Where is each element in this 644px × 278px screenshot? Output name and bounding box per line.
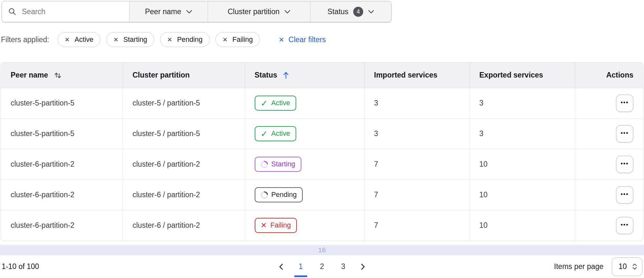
column-label: Peer name xyxy=(11,71,48,79)
page-controls: 1 2 3 xyxy=(277,256,367,277)
peer-name-cell: cluster-6-partition-2 xyxy=(1,180,123,210)
column-header-imported-services: Imported services xyxy=(364,62,469,88)
status-label: Starting xyxy=(271,160,295,168)
peers-table: Peer name Cluster partition St xyxy=(1,62,643,241)
filter-toolbar: Peer name Cluster partition Status 4 xyxy=(2,1,392,22)
column-header-peer-name[interactable]: Peer name xyxy=(1,62,123,88)
status-label: Failing xyxy=(270,221,291,229)
range-label: 1-10 of 100 xyxy=(2,262,39,271)
next-page-button[interactable] xyxy=(358,256,367,277)
column-label: Exported services xyxy=(479,71,543,79)
table-header-row: Peer name Cluster partition St xyxy=(1,62,643,88)
sort-ascending-icon[interactable] xyxy=(282,71,289,79)
peer-name-cell: cluster-6-partition-2 xyxy=(1,210,123,241)
status-cell: Pending xyxy=(245,180,364,210)
imported-services-cell: 3 xyxy=(364,118,469,149)
search-box[interactable] xyxy=(2,1,129,22)
filter-chip-label: Failing xyxy=(232,36,253,44)
page-number-button-3[interactable]: 3 xyxy=(336,256,350,277)
chevron-down-icon xyxy=(368,10,374,14)
filter-dropdown-cluster-partition[interactable]: Cluster partition xyxy=(208,1,310,22)
actions-cell: ••• xyxy=(575,118,643,149)
status-cell: ✕ Failing xyxy=(245,210,364,241)
filter-dropdown-status[interactable]: Status 4 xyxy=(310,1,391,22)
filter-dropdown-label: Cluster partition xyxy=(228,7,279,16)
cluster-partition-cell: cluster-6 / partition-2 xyxy=(123,180,245,210)
column-label: Status xyxy=(255,71,277,79)
cluster-partition-cell: cluster-6 / partition-2 xyxy=(123,210,245,241)
exported-services-cell: 10 xyxy=(469,149,575,180)
page-number-button-1[interactable]: 1 xyxy=(294,256,308,277)
status-badge: ✕ Failing xyxy=(255,218,297,233)
column-header-actions: Actions xyxy=(575,62,643,88)
applied-filters-row: Filters applied: ✕ Active ✕ Starting ✕ P… xyxy=(1,32,326,47)
peer-name-cell: cluster-6-partition-2 xyxy=(1,149,123,180)
clear-filters-button[interactable]: ✕ Clear filters xyxy=(279,35,326,44)
sort-both-icon[interactable] xyxy=(53,70,62,79)
filter-dropdown-label: Status xyxy=(327,7,348,16)
column-label: Actions xyxy=(606,71,633,79)
close-icon: ✕ xyxy=(279,36,284,43)
chevron-down-icon xyxy=(284,10,290,14)
status-badge: Starting xyxy=(255,157,301,172)
clear-filters-label: Clear filters xyxy=(289,35,326,44)
column-header-cluster-partition[interactable]: Cluster partition xyxy=(123,62,245,88)
imported-services-cell: 7 xyxy=(364,180,469,210)
filter-chip-label: Active xyxy=(75,36,94,44)
filter-chip-label: Starting xyxy=(123,36,147,44)
exported-services-cell: 10 xyxy=(469,180,575,210)
items-per-page-select[interactable]: 10 xyxy=(612,257,642,276)
check-icon: ✓ xyxy=(261,99,268,107)
stepper-icon xyxy=(632,264,637,270)
filters-applied-label: Filters applied: xyxy=(1,35,49,44)
filter-dropdown-label: Peer name xyxy=(145,7,181,16)
column-label: Cluster partition xyxy=(133,71,190,79)
filter-chip-pending[interactable]: ✕ Pending xyxy=(160,32,210,47)
page-number-button-2[interactable]: 2 xyxy=(315,256,329,277)
row-actions-button[interactable]: ••• xyxy=(616,95,633,112)
status-label: Active xyxy=(271,99,290,107)
close-icon[interactable]: ✕ xyxy=(167,37,172,43)
peer-name-cell: cluster-5-partition-5 xyxy=(1,118,123,149)
close-icon[interactable]: ✕ xyxy=(223,37,228,43)
pagination-bar: 1-10 of 100 1 2 3 Items per page 10 xyxy=(2,255,642,278)
search-input[interactable] xyxy=(21,7,126,16)
row-actions-button[interactable]: ••• xyxy=(616,156,633,173)
status-cell: ✓ Active xyxy=(245,118,364,149)
status-cell: Starting xyxy=(245,149,364,180)
cluster-partition-cell: cluster-5 / partition-5 xyxy=(123,88,245,118)
column-header-status[interactable]: Status xyxy=(245,62,364,88)
items-per-page-value: 10 xyxy=(619,262,627,271)
column-header-exported-services: Exported services xyxy=(469,62,575,88)
filter-dropdown-peer-name[interactable]: Peer name xyxy=(129,1,208,22)
spinner-icon xyxy=(259,190,269,200)
close-icon[interactable]: ✕ xyxy=(113,37,118,43)
items-per-page-control: Items per page 10 xyxy=(554,257,642,276)
row-actions-button[interactable]: ••• xyxy=(616,186,633,204)
cluster-partition-cell: cluster-5 / partition-5 xyxy=(123,118,245,149)
check-icon: ✓ xyxy=(261,130,268,138)
exported-services-cell: 10 xyxy=(469,210,575,241)
previous-page-button[interactable] xyxy=(277,256,286,277)
filter-chip-starting[interactable]: ✕ Starting xyxy=(106,32,154,47)
actions-cell: ••• xyxy=(575,180,643,210)
peer-name-cell: cluster-5-partition-5 xyxy=(1,88,123,118)
table-row: cluster-6-partition-2 cluster-6 / partit… xyxy=(1,210,643,241)
row-count-value: 16 xyxy=(318,246,326,254)
column-label: Imported services xyxy=(374,71,438,79)
close-icon[interactable]: ✕ xyxy=(65,37,70,43)
row-actions-button[interactable]: ••• xyxy=(616,217,633,234)
actions-cell: ••• xyxy=(575,210,643,241)
row-actions-button[interactable]: ••• xyxy=(616,125,633,143)
table-row: cluster-5-partition-5 cluster-5 / partit… xyxy=(1,88,643,118)
filter-chip-label: Pending xyxy=(177,36,203,44)
spinner-icon xyxy=(259,159,269,169)
imported-services-cell: 7 xyxy=(364,210,469,241)
x-icon: ✕ xyxy=(261,222,267,229)
filter-chip-failing[interactable]: ✕ Failing xyxy=(215,32,260,47)
exported-services-cell: 3 xyxy=(469,118,575,149)
search-icon xyxy=(8,7,16,16)
actions-cell: ••• xyxy=(575,149,643,180)
filter-chip-active[interactable]: ✕ Active xyxy=(58,32,100,47)
table-row: cluster-6-partition-2 cluster-6 / partit… xyxy=(1,149,643,180)
